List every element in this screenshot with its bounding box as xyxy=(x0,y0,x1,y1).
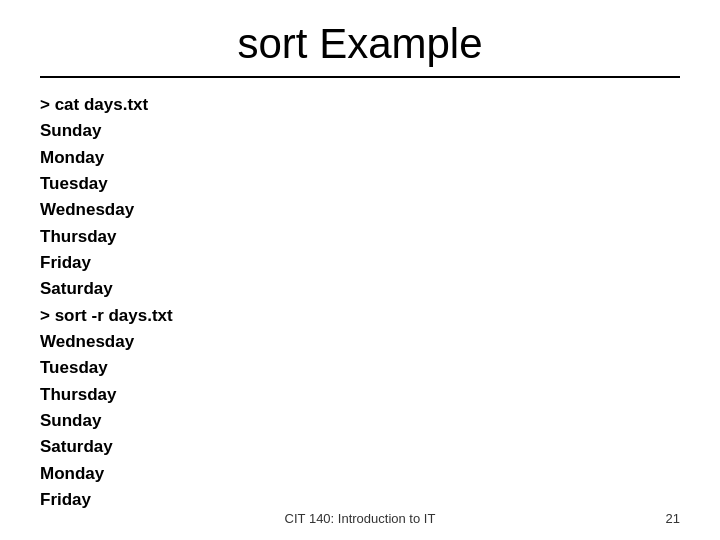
content-line-9: > sort -r days.txt xyxy=(40,303,680,329)
content-block: > cat days.txt Sunday Monday Tuesday Wed… xyxy=(40,92,680,514)
content-line-2: Sunday xyxy=(40,118,680,144)
content-line-11: Tuesday xyxy=(40,355,680,381)
footer-page-number: 21 xyxy=(666,511,680,526)
content-line-13: Sunday xyxy=(40,408,680,434)
content-line-8: Saturday xyxy=(40,276,680,302)
content-line-10: Wednesday xyxy=(40,329,680,355)
content-line-6: Thursday xyxy=(40,224,680,250)
content-line-3: Monday xyxy=(40,145,680,171)
content-line-15: Monday xyxy=(40,461,680,487)
slide-title: sort Example xyxy=(40,20,680,68)
content-line-14: Saturday xyxy=(40,434,680,460)
content-line-7: Friday xyxy=(40,250,680,276)
footer-course: CIT 140: Introduction to IT xyxy=(40,511,680,526)
title-divider xyxy=(40,76,680,78)
content-line-16: Friday xyxy=(40,487,680,513)
content-line-1: > cat days.txt xyxy=(40,92,680,118)
slide-footer: CIT 140: Introduction to IT 21 xyxy=(0,511,720,526)
content-line-4: Tuesday xyxy=(40,171,680,197)
slide-container: sort Example > cat days.txt Sunday Monda… xyxy=(0,0,720,540)
content-line-12: Thursday xyxy=(40,382,680,408)
content-line-5: Wednesday xyxy=(40,197,680,223)
